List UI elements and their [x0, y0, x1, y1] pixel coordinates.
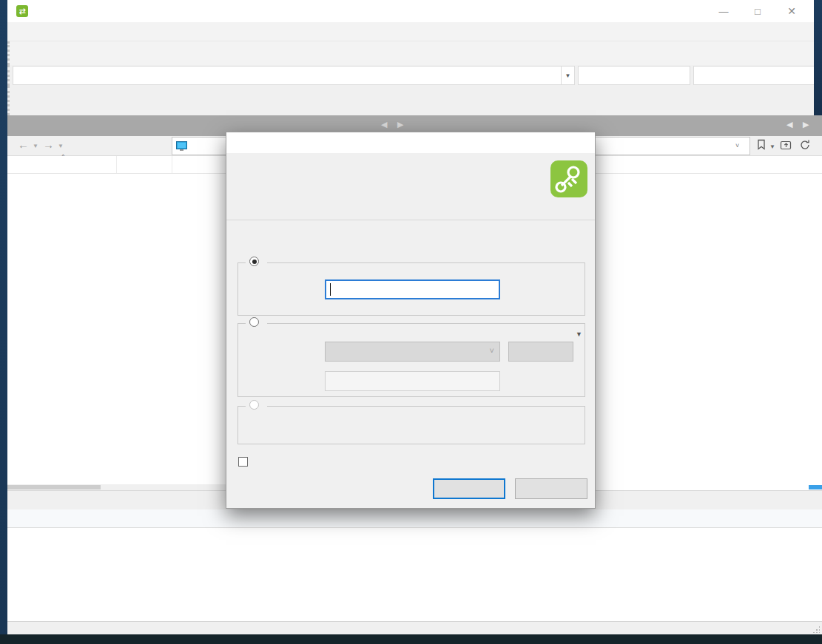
remote-tab-scroll-right-icon[interactable]: ▶ [803, 120, 809, 129]
browse-button [508, 342, 573, 362]
remote-tab-scroll-left-icon[interactable]: ◀ [786, 120, 792, 129]
remote-path-caret-icon[interactable]: ˅ [735, 142, 739, 149]
keyboard-radio[interactable] [249, 400, 259, 410]
minimize-button[interactable]: — [707, 0, 741, 22]
remember-password-checkbox[interactable] [238, 457, 248, 467]
desktop-icon [176, 141, 187, 151]
username-input[interactable] [578, 66, 690, 85]
session-hint-bar [7, 86, 814, 115]
resize-grip[interactable] [812, 626, 820, 633]
close-button[interactable]: ✕ [775, 0, 809, 22]
remember-password-row[interactable] [238, 457, 252, 467]
local-horizontal-scrollbar[interactable] [7, 484, 229, 490]
ssh-key-icon [550, 160, 587, 197]
back-nav-icon[interactable]: ← [18, 138, 29, 151]
screen: ⇄ — □ ✕ ▼ [0, 0, 822, 644]
background-window-strip [0, 634, 822, 644]
browse-caret-icon: ▼ [576, 331, 582, 338]
edge-blue-strip [809, 485, 822, 489]
tab-scroll-right-icon[interactable]: ▶ [397, 120, 403, 129]
ok-button[interactable] [433, 478, 505, 499]
password-radio[interactable] [249, 257, 259, 266]
address-input[interactable] [13, 66, 562, 85]
folder-up-icon[interactable] [780, 139, 792, 151]
desktop-corner [814, 0, 822, 115]
tab-scroll-left-icon[interactable]: ◀ [381, 120, 387, 129]
forward-nav-icon[interactable]: → [43, 138, 54, 151]
password-input[interactable] [693, 66, 815, 85]
status-bar [7, 621, 822, 634]
forward-history-caret-icon[interactable]: ▼ [58, 143, 64, 149]
transfer-column-header [7, 509, 822, 528]
title-bar: ⇄ — □ ✕ [7, 0, 822, 22]
menu-bar [7, 22, 814, 41]
keyboard-group [237, 406, 585, 444]
xftp-app-icon: ⇄ [16, 5, 28, 17]
maximize-button[interactable]: □ [741, 0, 775, 22]
local-file-list [7, 174, 233, 490]
back-history-caret-icon[interactable]: ▼ [33, 143, 38, 149]
dialog-close-button[interactable] [559, 132, 589, 153]
publickey-radio[interactable] [249, 317, 259, 327]
window-controls: — □ ✕ [707, 0, 809, 22]
cancel-button[interactable] [515, 478, 587, 499]
passphrase-input [325, 371, 500, 391]
bookmark-icon[interactable] [756, 139, 767, 151]
address-row: ▼ [7, 65, 814, 86]
ssh-auth-dialog: ▼ [226, 132, 596, 509]
transfer-panel [7, 490, 822, 621]
toolbar [7, 41, 814, 65]
bookmark-caret-icon[interactable]: ▼ [769, 143, 775, 150]
password-group [237, 262, 585, 316]
refresh-icon[interactable] [799, 139, 811, 151]
password-field-input[interactable] [325, 279, 500, 299]
address-dropdown-button[interactable]: ▼ [562, 66, 575, 85]
userkey-combo [325, 342, 500, 362]
publickey-group: ▼ [237, 323, 585, 397]
dialog-help-button[interactable] [521, 132, 550, 153]
